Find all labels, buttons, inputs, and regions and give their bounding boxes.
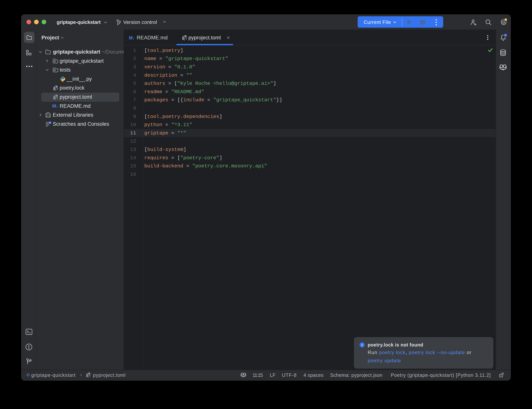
svg-text:[T]: [T]: [88, 375, 91, 378]
svg-text:[T]: [T]: [55, 88, 59, 91]
svg-text:[T]: [T]: [184, 37, 188, 40]
svg-text:[T]: [T]: [55, 97, 59, 100]
